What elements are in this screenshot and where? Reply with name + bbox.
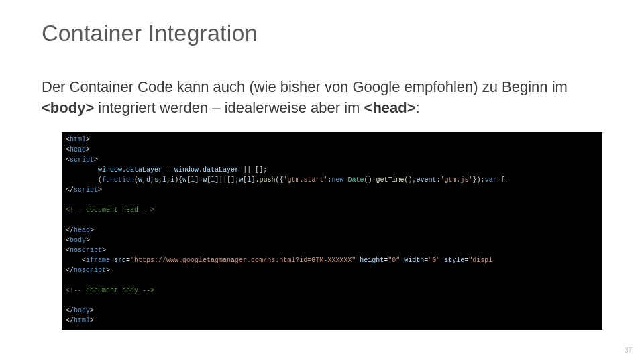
slide-body-paragraph: Der Container Code kann auch (wie bisher… [42,77,602,119]
keyword-body: <body> [42,99,94,116]
slide: Container Integration Der Container Code… [0,0,644,362]
paragraph-text-1: Der Container Code kann auch (wie bisher… [42,78,568,95]
slide-title: Container Integration [42,20,602,46]
paragraph-text-2: integriert werden – idealerweise aber im [94,99,364,116]
paragraph-text-3: : [416,99,420,116]
keyword-head: <head> [364,99,416,116]
code-snippet: <html> <head> <script> window.dataLayer … [62,132,602,330]
page-number: 37 [625,347,632,354]
